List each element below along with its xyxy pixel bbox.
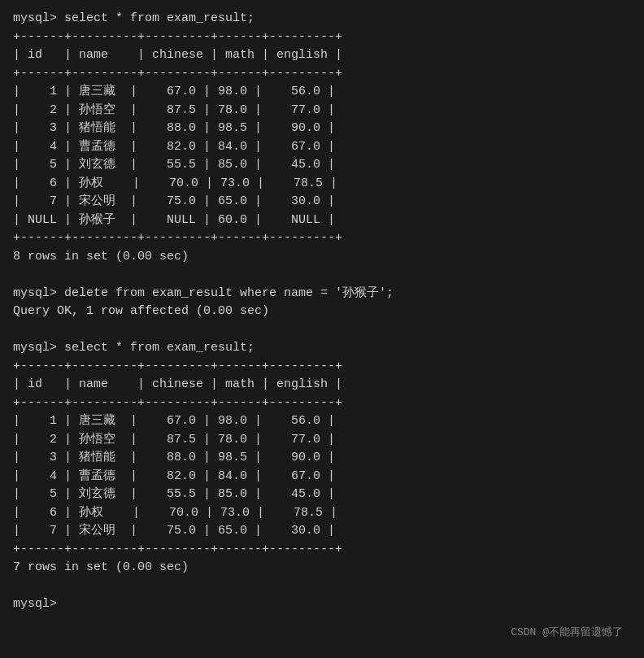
watermark: CSDN @不能再留遗憾了 [511,625,623,641]
terminal-output: mysql> select * from exam_result; +-----… [13,10,631,614]
terminal-window: mysql> select * from exam_result; +-----… [13,10,631,648]
